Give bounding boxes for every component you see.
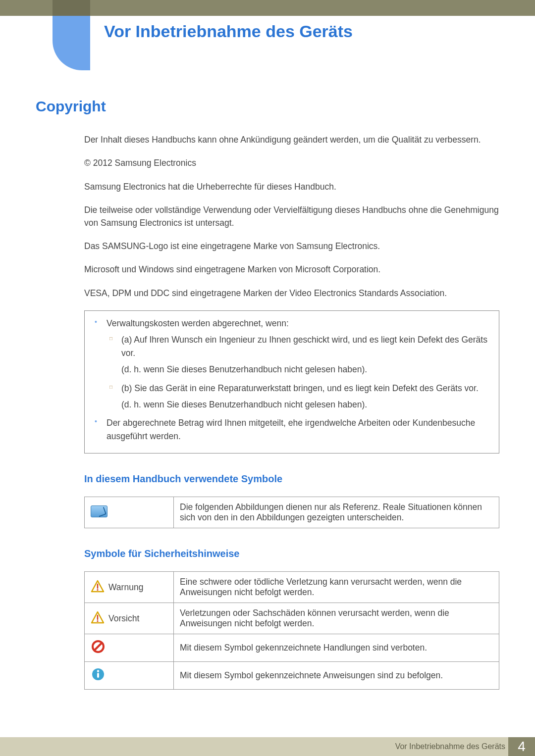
svg-point-10 [97,670,99,672]
list-item-text: Der abgerechnete Betrag wird Ihnen mitge… [107,418,475,441]
footer-bar: Vor Inbetriebnahme des Geräts [0,737,535,756]
list-item: (a) Auf Ihren Wunsch ein Ingenieur zu Ih… [107,333,492,376]
paragraph: Die teilweise oder vollständige Verwendu… [84,204,499,229]
prohibit-icon [91,639,106,656]
symbol-description: Die folgenden Abbildungen dienen nur als… [174,497,499,528]
subsection-symbols-used: In diesem Handbuch verwendete Symbole [84,473,499,485]
list-item: (b) Sie das Gerät in eine Reparaturwerks… [107,382,492,411]
paragraph: Samsung Electronics hat die Urheberrecht… [84,181,499,193]
symbol-cell: Warnung [85,572,174,603]
list-item-extra: (d. h. wenn Sie dieses Benutzerhandbuch … [121,398,492,411]
symbol-description: Mit diesem Symbol gekennzeichnete Handlu… [174,634,499,662]
header-bar-accent [53,0,90,16]
list-item-extra: (d. h. wenn Sie dieses Benutzerhandbuch … [121,363,492,376]
svg-point-5 [97,620,98,621]
warning-label: Warnung [108,582,143,593]
table-row: Vorsicht Verletzungen oder Sachschäden k… [85,603,499,634]
chapter-title: Vor Inbetriebnahme des Geräts [104,22,353,41]
table-row: Mit diesem Symbol gekennzeichnete Handlu… [85,634,499,662]
table-row: Warnung Eine schwere oder tödliche Verle… [85,572,499,603]
list-item: Verwaltungskosten werden abgerechnet, we… [92,317,492,411]
safety-symbols-table: Warnung Eine schwere oder tödliche Verle… [84,571,499,690]
content-area: Der Inhalt dieses Handbuchs kann ohne An… [84,134,499,709]
caution-label: Vorsicht [108,613,139,624]
list-item-text: Verwaltungskosten werden abgerechnet, we… [107,318,289,328]
caution-triangle-icon [91,611,105,626]
table-row: Mit diesem Symbol gekennzeichnete Anweis… [85,662,499,690]
reference-hand-icon [91,505,107,517]
svg-point-2 [97,589,98,590]
symbols-reference-table: Die folgenden Abbildungen dienen nur als… [84,497,499,528]
footer-chapter-label: Vor Inbetriebnahme des Geräts [395,737,505,756]
symbol-description: Eine schwere oder tödliche Verletzung ka… [174,572,499,603]
warning-triangle-icon [91,580,105,595]
paragraph: Der Inhalt dieses Handbuchs kann ohne An… [84,134,499,146]
symbol-cell [85,497,174,528]
page-number: 4 [508,737,535,756]
symbol-cell [85,662,174,690]
paragraph: Microsoft und Windows sind eingetragene … [84,263,499,276]
symbol-cell [85,634,174,662]
info-follow-icon [91,667,106,684]
section-title-copyright: Copyright [36,98,106,115]
chapter-tab [53,16,90,70]
subsection-safety-symbols: Symbole für Sicherheitshinweise [84,548,499,559]
paragraph: VESA, DPM und DDC sind eingetragene Mark… [84,287,499,300]
symbol-description: Verletzungen oder Sachschäden können ver… [174,603,499,634]
svg-line-7 [95,643,102,650]
symbol-cell: Vorsicht [85,603,174,634]
table-row: Die folgenden Abbildungen dienen nur als… [85,497,499,528]
symbol-description: Mit diesem Symbol gekennzeichnete Anweis… [174,662,499,690]
paragraph: © 2012 Samsung Electronics [84,157,499,169]
paragraph: Das SAMSUNG-Logo ist eine eingetragene M… [84,240,499,252]
svg-rect-9 [97,673,99,678]
list-item: Der abgerechnete Betrag wird Ihnen mitge… [92,416,492,443]
list-item-text: (a) Auf Ihren Wunsch ein Ingenieur zu Ih… [121,335,487,358]
list-item-text: (b) Sie das Gerät in eine Reparaturwerks… [121,383,479,393]
admin-fee-note-box: Verwaltungskosten werden abgerechnet, we… [84,310,499,454]
